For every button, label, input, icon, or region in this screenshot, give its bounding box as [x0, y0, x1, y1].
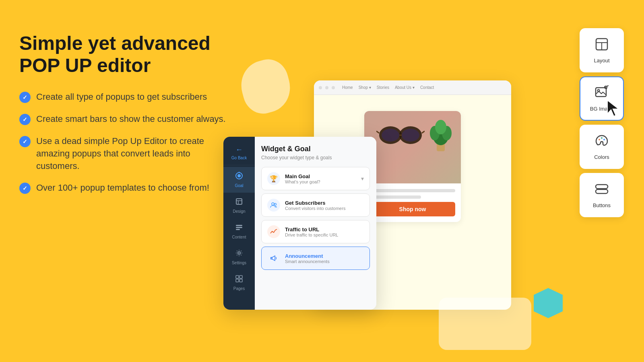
product-card: Shop now: [364, 111, 461, 222]
traffic-subtitle: Drive traffic to specific URL: [285, 232, 338, 237]
list-item: Use a dead simple Pop Up Editor to creat…: [19, 135, 229, 172]
traffic-text: Traffic to URL Drive traffic to specific…: [285, 226, 338, 237]
content-icon: [235, 223, 243, 233]
content-label: Content: [232, 235, 246, 239]
svg-rect-24: [236, 279, 239, 282]
product-info: Shop now: [364, 183, 461, 222]
main-goal-item[interactable]: 🏆 Main Goal What's your goal? ▾: [261, 167, 370, 190]
layout-label: Layout: [594, 58, 609, 64]
nav-about: About Us ▾: [395, 85, 415, 90]
subscribers-subtitle: Convert visitors into customers: [285, 206, 345, 211]
widget-goal-subtitle: Choose your widget type & goals: [261, 155, 370, 160]
check-icon-1: [19, 92, 31, 103]
announcement-title: Announcement: [285, 253, 330, 259]
svg-marker-41: [534, 288, 563, 318]
colors-icon: [594, 134, 609, 151]
svg-point-38: [603, 139, 605, 140]
announcement-icon: [267, 252, 280, 265]
list-item: Over 100+ popup templates to choose from…: [19, 182, 229, 194]
layout-card[interactable]: Layout: [580, 28, 624, 72]
svg-rect-19: [236, 227, 242, 228]
heading-line1: Simple yet advanced: [19, 33, 211, 54]
list-item: Create all type of popups to get subscri…: [19, 91, 229, 103]
sidebar-item-content[interactable]: Content: [223, 218, 255, 244]
svg-rect-22: [236, 276, 239, 278]
svg-point-26: [272, 203, 274, 205]
svg-point-6: [402, 129, 419, 142]
svg-point-13: [237, 174, 241, 177]
shop-now-button[interactable]: Shop now: [370, 202, 455, 216]
pages-icon: [235, 275, 243, 285]
right-toolbar: Layout BG Image Colors: [580, 28, 624, 217]
popup-content-area: Widget & Goal Choose your widget type & …: [255, 137, 376, 310]
buttons-card[interactable]: Buttons: [580, 173, 624, 217]
svg-point-21: [238, 252, 240, 254]
popup-editor: ← Go Back Goal Design: [223, 137, 376, 310]
announcement-text: Announcement Smart announcements: [285, 253, 330, 264]
product-image: [364, 111, 461, 183]
browser-dot-3: [332, 86, 335, 89]
goal-label: Goal: [235, 183, 243, 188]
settings-label: Settings: [232, 261, 246, 265]
cursor-arrow-icon: [606, 99, 622, 117]
sidebar-item-pages[interactable]: Pages: [223, 270, 255, 296]
feature-text-3: Use a dead simple Pop Up Editor to creat…: [36, 135, 229, 172]
browser-nav: Home Shop ▾ Stories About Us ▾ Contact: [342, 85, 434, 90]
sidebar-item-go-back[interactable]: ← Go Back: [223, 141, 255, 165]
browser-dot-1: [319, 86, 322, 89]
left-section: Simple yet advanced POP UP editor Create…: [19, 32, 229, 194]
buttons-label: Buttons: [593, 202, 611, 208]
list-item: Create smart bars to show the customer a…: [19, 113, 229, 125]
colors-label: Colors: [594, 154, 609, 160]
product-line-2: [370, 195, 421, 199]
svg-rect-28: [271, 257, 272, 259]
svg-line-35: [607, 86, 608, 86]
announcement-item[interactable]: Announcement Smart announcements: [261, 247, 370, 270]
svg-rect-39: [596, 185, 608, 189]
svg-point-37: [601, 137, 603, 139]
svg-point-5: [382, 129, 399, 142]
check-icon-3: [19, 136, 31, 147]
svg-rect-15: [236, 199, 242, 204]
feature-text-4: Over 100+ popup templates to choose from…: [36, 182, 209, 194]
check-icon-2: [19, 114, 31, 125]
get-subscribers-item[interactable]: Get Subscribers Convert visitors into cu…: [261, 193, 370, 217]
nav-home: Home: [342, 85, 353, 90]
product-line-1: [370, 189, 455, 192]
feature-text-2: Create smart bars to show the customer a…: [36, 113, 226, 125]
traffic-url-item[interactable]: Traffic to URL Drive traffic to specific…: [261, 220, 370, 243]
colors-card[interactable]: Colors: [580, 125, 624, 169]
main-goal-title: Main Goal: [285, 173, 320, 179]
main-goal-icon: 🏆: [267, 172, 280, 185]
nav-shop: Shop ▾: [359, 85, 371, 90]
widget-goal-title: Widget & Goal: [261, 145, 370, 153]
sidebar-item-goal[interactable]: Goal: [223, 167, 255, 193]
subscribers-icon: [267, 199, 280, 212]
plant-icon: [429, 115, 453, 151]
traffic-title: Traffic to URL: [285, 226, 338, 232]
design-label: Design: [233, 209, 245, 214]
svg-line-3: [376, 131, 379, 133]
svg-rect-40: [596, 189, 608, 193]
announcement-subtitle: Smart announcements: [285, 259, 330, 264]
svg-rect-20: [236, 229, 240, 230]
main-goal-text: Main Goal What's your goal?: [285, 173, 320, 184]
main-goal-subtitle: What's your goal?: [285, 179, 320, 184]
svg-rect-32: [596, 88, 606, 97]
svg-rect-25: [239, 279, 242, 282]
svg-rect-18: [236, 225, 242, 226]
svg-point-36: [599, 139, 600, 140]
sidebar-item-design[interactable]: Design: [223, 193, 255, 218]
svg-point-11: [435, 120, 446, 134]
traffic-icon: [267, 225, 280, 238]
sidebar-item-settings[interactable]: Settings: [223, 244, 255, 270]
sidebar-nav: ← Go Back Goal Design: [223, 137, 255, 310]
hex-shape: [531, 286, 566, 322]
subscribers-text: Get Subscribers Convert visitors into cu…: [285, 200, 345, 211]
go-back-label: Go Back: [231, 156, 247, 160]
dropdown-chevron-icon: ▾: [361, 175, 364, 182]
go-back-icon: ←: [235, 146, 243, 154]
bottom-decorative-shape: [439, 298, 531, 350]
heading-line2: POP UP editor: [19, 55, 151, 76]
settings-icon: [235, 249, 243, 259]
